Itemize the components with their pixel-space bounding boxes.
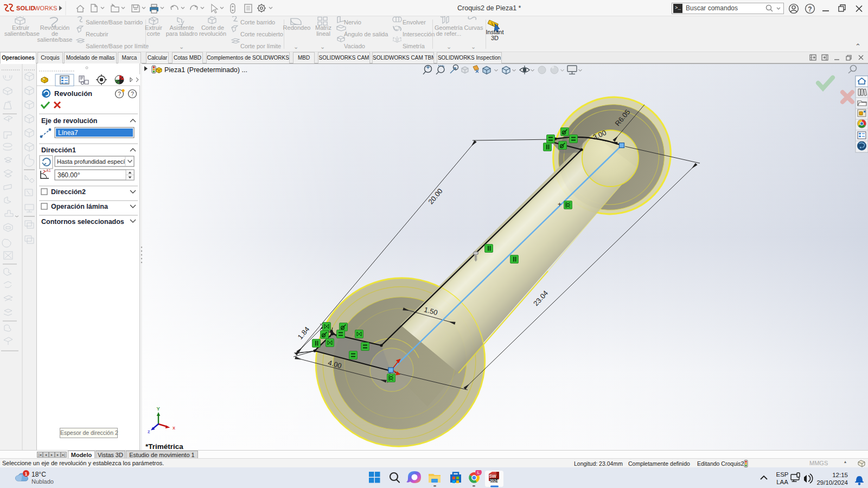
svg-text:WORKS: WORKS xyxy=(34,5,58,11)
svg-text:?: ? xyxy=(131,91,134,97)
svg-text:Dirección1: Dirección1 xyxy=(41,146,76,154)
svg-text:Y: Y xyxy=(157,406,161,412)
svg-text:?: ? xyxy=(118,91,121,97)
svg-text:Eje de revolución: Eje de revolución xyxy=(41,117,98,125)
svg-text:+: + xyxy=(558,201,561,208)
svg-text:Dirección2: Dirección2 xyxy=(51,188,86,196)
svg-text:L: L xyxy=(477,470,480,475)
svg-text:Línea7: Línea7 xyxy=(58,129,78,137)
svg-text:ESP: ESP xyxy=(776,471,788,478)
svg-text:LAA: LAA xyxy=(776,479,788,485)
svg-text:SOLID: SOLID xyxy=(16,5,35,11)
svg-text:*Trimétrica: *Trimétrica xyxy=(145,442,183,450)
svg-text:1: 1 xyxy=(24,471,27,477)
svg-text:360.00°: 360.00° xyxy=(58,171,80,179)
svg-text:?: ? xyxy=(808,5,812,13)
svg-text:x: x xyxy=(173,425,175,431)
svg-text:29/10/2024: 29/10/2024 xyxy=(816,479,848,486)
svg-text:Contornos seleccionados: Contornos seleccionados xyxy=(41,218,124,226)
svg-text:12:15: 12:15 xyxy=(832,472,848,478)
svg-text:Operación lámina: Operación lámina xyxy=(51,203,108,210)
svg-text:SW: SW xyxy=(489,473,497,479)
svg-text:Hasta profundidad específica: Hasta profundidad específica xyxy=(57,158,135,165)
svg-text:Pieza1 (Predeterminado) ...: Pieza1 (Predeterminado) ... xyxy=(164,66,247,74)
svg-text:A1: A1 xyxy=(46,169,51,172)
svg-text:z: z xyxy=(148,429,150,434)
svg-text:2024: 2024 xyxy=(490,479,499,483)
svg-text:Revolución: Revolución xyxy=(54,89,92,98)
